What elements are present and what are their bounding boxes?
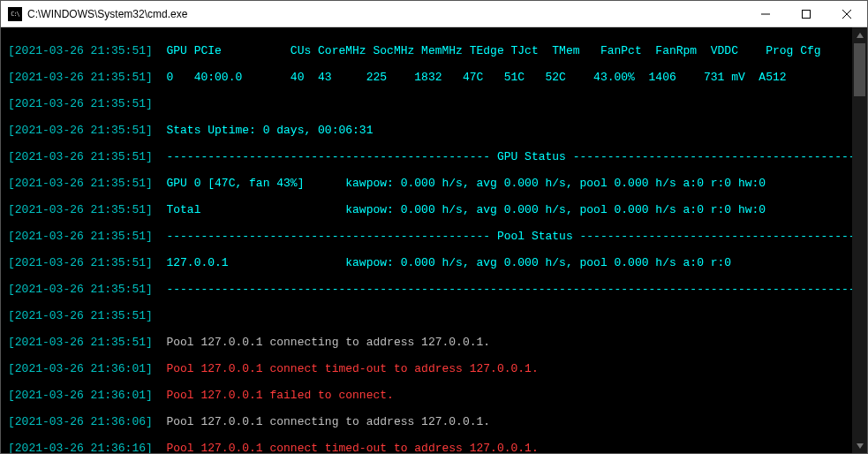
timestamp: [2021-03-26 21:35:51] — [8, 150, 153, 163]
pool-timeout: Pool 127.0.0.1 connect timed-out to addr… — [166, 362, 538, 375]
timestamp: [2021-03-26 21:35:51] — [8, 256, 153, 269]
total-status: Total kawpow: 0.000 h/s, avg 0.000 h/s, … — [166, 203, 766, 216]
timestamp: [2021-03-26 21:35:51] — [8, 177, 153, 190]
timestamp: [2021-03-26 21:36:06] — [8, 415, 153, 428]
timestamp: [2021-03-26 21:36:01] — [8, 389, 153, 402]
pool-failed: Pool 127.0.0.1 failed to connect. — [166, 389, 393, 402]
window-controls — [745, 1, 867, 26]
timestamp: [2021-03-26 21:36:16] — [8, 442, 153, 453]
divider-end: ----------------------------------------… — [166, 283, 852, 296]
window-title: C:\WINDOWS\System32\cmd.exe — [27, 8, 745, 20]
gpu0-status: GPU 0 [47C, fan 43%] kawpow: 0.000 h/s, … — [166, 177, 766, 190]
timestamp: [2021-03-26 21:36:01] — [8, 362, 153, 375]
timestamp: [2021-03-26 21:35:51] — [8, 283, 153, 296]
terminal-area: [2021-03-26 21:35:51] GPU PCIe CUs CoreM… — [1, 27, 867, 453]
minimize-button[interactable] — [745, 1, 786, 26]
close-button[interactable] — [826, 1, 867, 26]
timestamp: [2021-03-26 21:35:51] — [8, 44, 153, 57]
gpu-row: 0 40:00.0 40 43 225 1832 47C 51C 52C 43.… — [166, 71, 786, 84]
pool-status: 127.0.0.1 kawpow: 0.000 h/s, avg 0.000 h… — [166, 256, 731, 269]
svg-rect-0 — [803, 10, 811, 18]
maximize-button[interactable] — [786, 1, 826, 26]
terminal-output[interactable]: [2021-03-26 21:35:51] GPU PCIe CUs CoreM… — [1, 27, 852, 453]
timestamp: [2021-03-26 21:35:51] — [8, 230, 153, 243]
timestamp: [2021-03-26 21:35:51] — [8, 71, 153, 84]
divider-pool: ----------------------------------------… — [166, 230, 852, 243]
scroll-down-icon[interactable] — [852, 438, 867, 453]
cmd-icon: C:\ — [8, 7, 22, 21]
pool-timeout: Pool 127.0.0.1 connect timed-out to addr… — [166, 442, 538, 453]
pool-connecting: Pool 127.0.0.1 connecting to address 127… — [166, 415, 490, 428]
uptime: Stats Uptime: 0 days, 00:06:31 — [166, 124, 373, 137]
divider-gpu: ----------------------------------------… — [166, 150, 852, 163]
scroll-up-icon[interactable] — [852, 27, 867, 42]
timestamp: [2021-03-26 21:35:51] — [8, 203, 153, 216]
timestamp: [2021-03-26 21:35:51] — [8, 124, 153, 137]
scrollbar[interactable] — [852, 27, 867, 453]
pool-connecting: Pool 127.0.0.1 connecting to address 127… — [166, 336, 490, 349]
scroll-thumb[interactable] — [854, 43, 865, 96]
timestamp: [2021-03-26 21:35:51] — [8, 97, 153, 110]
cmd-window: C:\ C:\WINDOWS\System32\cmd.exe [2021-03… — [0, 0, 868, 454]
titlebar[interactable]: C:\ C:\WINDOWS\System32\cmd.exe — [1, 1, 867, 27]
timestamp: [2021-03-26 21:35:51] — [8, 309, 153, 322]
gpu-header: GPU PCIe CUs CoreMHz SocMHz MemMHz TEdge… — [166, 44, 820, 57]
timestamp: [2021-03-26 21:35:51] — [8, 336, 153, 349]
